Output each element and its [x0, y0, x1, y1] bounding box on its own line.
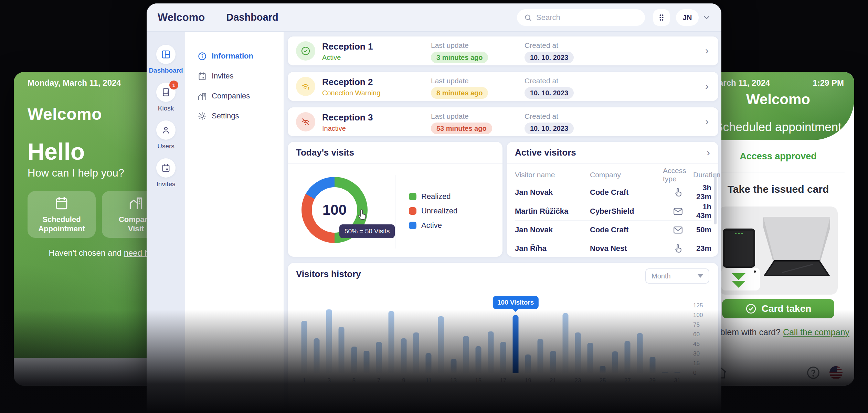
- nav-item-settings[interactable]: Settings: [185, 106, 284, 126]
- scrollbar[interactable]: [714, 173, 717, 224]
- bar-slot[interactable]: [634, 306, 646, 373]
- bar[interactable]: [351, 347, 357, 373]
- bar[interactable]: [513, 315, 519, 373]
- sidebar-item-dashboard[interactable]: Dashboard: [147, 45, 185, 74]
- help-icon[interactable]: [806, 366, 821, 380]
- bar-slot[interactable]: 15: [472, 306, 485, 373]
- bar[interactable]: [637, 333, 643, 373]
- visitor-name: Martin Růžička: [515, 207, 590, 216]
- bar[interactable]: [426, 353, 432, 373]
- bar-slot[interactable]: 9: [398, 306, 410, 373]
- bar-slot[interactable]: 1: [298, 306, 310, 373]
- search-input[interactable]: [536, 13, 638, 22]
- scheduled-appointment-button[interactable]: Scheduled Appointment: [28, 191, 96, 238]
- reception-card[interactable]: Reception 2 Conection Warning Last updat…: [288, 72, 718, 101]
- bar[interactable]: [662, 372, 668, 373]
- bar-slot[interactable]: 11: [422, 306, 435, 373]
- bar-slot[interactable]: [584, 306, 596, 373]
- bar-slot[interactable]: 7: [373, 306, 385, 373]
- company-name: CyberShield: [590, 207, 663, 216]
- table-row[interactable]: Jan NovakCode Craft50m: [515, 220, 711, 239]
- bar-slot[interactable]: 23: [572, 306, 584, 373]
- bar[interactable]: [388, 311, 394, 373]
- bar-slot[interactable]: [534, 306, 547, 373]
- bar[interactable]: [339, 327, 345, 373]
- bar-slot[interactable]: 25: [596, 306, 609, 373]
- bar-slot[interactable]: [385, 306, 398, 373]
- nav-item-invites[interactable]: Invites: [185, 66, 284, 86]
- bar[interactable]: [562, 313, 568, 373]
- bar-slot[interactable]: 5: [348, 306, 360, 373]
- bar-slot[interactable]: 100 Visitors: [509, 306, 522, 373]
- bar[interactable]: [314, 338, 320, 373]
- bar-slot[interactable]: 19: [522, 306, 534, 373]
- bar-slot[interactable]: [310, 306, 323, 373]
- chevron-right-icon[interactable]: ›: [707, 147, 710, 158]
- nav-item-companies[interactable]: Companies: [185, 86, 284, 106]
- bar[interactable]: [575, 332, 581, 373]
- secondary-nav: Information Invites Companies Settings: [185, 32, 284, 413]
- bar[interactable]: [674, 372, 680, 373]
- bar[interactable]: [475, 346, 481, 373]
- table-row[interactable]: Martin RůžičkaCyberShield1h 43m: [515, 202, 711, 220]
- bar[interactable]: [301, 321, 307, 373]
- bar-slot[interactable]: [410, 306, 422, 373]
- language-flag-us[interactable]: [829, 366, 843, 379]
- bar[interactable]: [363, 351, 369, 373]
- bar[interactable]: [488, 331, 494, 373]
- bar-slot[interactable]: [335, 306, 348, 373]
- period-select[interactable]: Month: [645, 268, 709, 284]
- bar[interactable]: [550, 351, 556, 373]
- reception-card[interactable]: Reception 3 Inactive Last update 53 minu…: [288, 107, 718, 136]
- bar-slot[interactable]: 17: [497, 306, 509, 373]
- bar[interactable]: [451, 359, 456, 373]
- bar[interactable]: [376, 342, 382, 373]
- bar[interactable]: [612, 351, 618, 373]
- nav-item-information[interactable]: Information: [185, 46, 284, 66]
- bar-slot[interactable]: [485, 306, 497, 373]
- table-row[interactable]: Jan NovakCode Craft3h 23m: [515, 183, 711, 202]
- bar-slot[interactable]: 27: [621, 306, 634, 373]
- bar-slot[interactable]: 31: [671, 306, 684, 373]
- bar-slot[interactable]: [659, 306, 671, 373]
- bar[interactable]: [463, 336, 469, 373]
- welcomo-logo: Welcomo: [28, 105, 102, 124]
- apps-grid-button[interactable]: [653, 9, 670, 26]
- info-icon: [198, 52, 207, 61]
- status-text: Active: [322, 54, 341, 62]
- reception-card[interactable]: Reception 1 Active Last update 3 minutes…: [288, 36, 718, 65]
- sidebar-item-invites[interactable]: Invites: [147, 158, 185, 188]
- bar-slot[interactable]: 13: [447, 306, 460, 373]
- bar[interactable]: [500, 342, 506, 373]
- sidebar-item-kiosk[interactable]: 1 Kiosk: [147, 83, 185, 112]
- search-bar[interactable]: [517, 9, 645, 26]
- bar[interactable]: [587, 343, 593, 373]
- sidebar-item-users[interactable]: Users: [147, 120, 185, 150]
- bar[interactable]: [538, 339, 543, 373]
- bar[interactable]: [438, 316, 444, 373]
- bar-slot[interactable]: [460, 306, 472, 373]
- bar-slot[interactable]: 21: [547, 306, 559, 373]
- bar[interactable]: [625, 341, 631, 373]
- bar[interactable]: [413, 332, 419, 373]
- welcomo-logo: Welcomo: [158, 11, 205, 24]
- bar[interactable]: [401, 338, 407, 373]
- chevron-down-icon[interactable]: [702, 13, 711, 22]
- bar[interactable]: [649, 357, 655, 373]
- bar-slot[interactable]: 29: [646, 306, 659, 373]
- table-row[interactable]: Jan ŘíhaNova Nest23m: [515, 239, 711, 257]
- card-taken-button[interactable]: Card taken: [722, 299, 834, 318]
- bar[interactable]: [525, 354, 531, 373]
- legend-item: Active: [409, 221, 457, 230]
- avatar[interactable]: JN: [676, 9, 699, 26]
- created-at-badge: 10. 10. 2023: [525, 87, 574, 99]
- bar[interactable]: [326, 309, 332, 373]
- bar-slot[interactable]: [609, 306, 621, 373]
- bar-slot[interactable]: [435, 306, 447, 373]
- bar-slot[interactable]: [360, 306, 373, 373]
- bar-slot[interactable]: 3: [323, 306, 335, 373]
- call-the-company-link[interactable]: Call the company: [783, 327, 849, 337]
- bar[interactable]: [600, 366, 606, 373]
- bar-slot[interactable]: [559, 306, 572, 373]
- x-axis-label: 17: [497, 377, 509, 384]
